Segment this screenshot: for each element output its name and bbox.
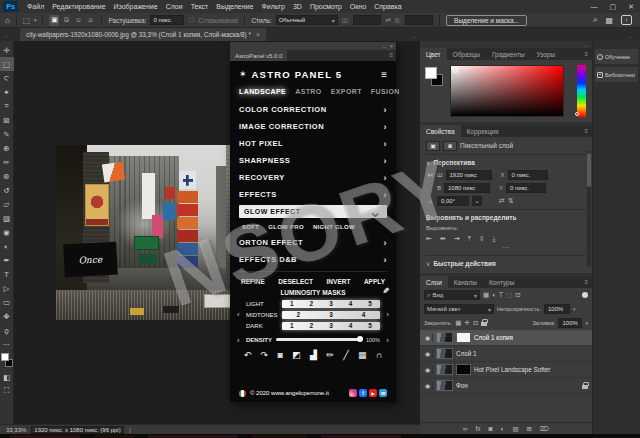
night-glow-button[interactable]: NIGHT GLOW xyxy=(313,224,355,230)
chevron-down-icon[interactable]: ▾ xyxy=(573,306,576,312)
align-center-icon[interactable]: ⇹ xyxy=(440,235,446,243)
filter-toggle[interactable] xyxy=(582,292,588,298)
tab-swatches[interactable]: Образцы xyxy=(447,48,486,60)
tab-adjustments[interactable]: Коррекция xyxy=(461,125,505,137)
tab-properties[interactable]: Свойства xyxy=(420,125,461,137)
scrollbar-thumb[interactable] xyxy=(587,153,591,187)
close-panel-icon[interactable]: × xyxy=(390,43,393,49)
hue-slider[interactable] xyxy=(577,65,586,117)
foreground-color-swatch[interactable] xyxy=(1,353,9,361)
angle-input[interactable]: 0,00° xyxy=(437,196,469,206)
color-swatches[interactable] xyxy=(0,353,14,370)
learn-button[interactable]: Обучение xyxy=(595,49,638,64)
zoom-level[interactable]: 33,33% xyxy=(6,427,26,433)
minimize-button[interactable]: — xyxy=(591,3,598,10)
dock-header-grip[interactable]: ‥ xyxy=(420,41,592,48)
frames-icon[interactable]: ▦ xyxy=(358,350,367,360)
anti-alias-checkbox[interactable]: ☐ xyxy=(188,16,194,24)
path-selection-tool[interactable]: ▷ xyxy=(0,281,14,295)
tool-preset-caret[interactable]: ▾ xyxy=(34,17,37,23)
hamburger-menu-icon[interactable]: ≡ xyxy=(381,69,387,80)
layer-row-background[interactable]: ◉ Фон xyxy=(420,378,592,394)
close-button[interactable]: ✕ xyxy=(628,3,634,11)
layer-thumbnail[interactable] xyxy=(436,364,453,375)
tab-layers[interactable]: Слои xyxy=(420,276,448,288)
new-layer-icon[interactable]: ⊞ xyxy=(527,425,532,433)
gradient-tool[interactable]: ▨ xyxy=(0,211,14,225)
midtones-mask-2[interactable]: 2 xyxy=(297,311,301,318)
home-icon[interactable]: ⌂ xyxy=(5,16,10,25)
tab-patterns[interactable]: Узоры xyxy=(531,48,562,60)
invert-button[interactable]: INVERT xyxy=(327,278,351,285)
frame-tool[interactable]: ⊠ xyxy=(0,113,14,127)
pen-tool[interactable]: ✒ xyxy=(0,253,14,267)
color-correction-item[interactable]: COLOR CORRECTION › xyxy=(239,101,387,118)
feather-input[interactable]: 0 пикс. xyxy=(150,15,184,25)
align-top-icon[interactable]: ⤒ xyxy=(468,235,471,243)
transform-section-header[interactable]: ∨ Перспектива xyxy=(426,157,586,168)
layer-mask-thumbnail[interactable] xyxy=(456,364,471,375)
fill-input[interactable]: 100% xyxy=(558,318,582,328)
line-icon[interactable]: ╱ xyxy=(343,350,348,360)
menu-type[interactable]: Текст xyxy=(187,3,213,10)
blur-tool[interactable]: ◉ xyxy=(0,225,14,239)
dark-mask-4[interactable]: 4 xyxy=(349,322,353,329)
libraries-button[interactable]: Библиотеки xyxy=(595,67,638,82)
align-middle-icon[interactable]: ⇳ xyxy=(479,235,485,243)
light-mask-3[interactable]: 3 xyxy=(329,300,333,307)
redo-icon[interactable]: ↷ xyxy=(261,350,269,360)
dark-mask-2[interactable]: 2 xyxy=(310,322,314,329)
screen-mode-icon[interactable]: ⛶ xyxy=(0,384,14,398)
new-selection-mode[interactable]: ▣ xyxy=(49,15,59,26)
more-tools[interactable]: ⋯ xyxy=(0,337,14,351)
move-tool[interactable]: ✛ xyxy=(0,43,14,57)
layer-row-1[interactable]: ◉ Слой 1 xyxy=(420,346,592,362)
height-input[interactable]: 1080 пикс xyxy=(444,183,490,193)
dark-mask-5[interactable]: 5 xyxy=(368,322,372,329)
link-layers-icon[interactable]: ∞ xyxy=(463,425,468,432)
contrast-icon[interactable]: ◩ xyxy=(292,350,301,360)
document-tab[interactable]: city-wallpapers-1920x1080-0006.jpg @ 33,… xyxy=(20,28,266,41)
menu-3d[interactable]: 3D xyxy=(289,3,306,10)
midtones-mask-4[interactable]: 4 xyxy=(362,311,366,318)
visibility-eye-icon[interactable]: ◉ xyxy=(423,334,433,341)
share-icon[interactable]: ↑ xyxy=(621,15,632,25)
lock-image-icon[interactable]: ⊡ xyxy=(473,319,478,327)
layer-row-copy[interactable]: ◉ Слой 1 копия xyxy=(420,330,592,346)
workspace-icon[interactable]: ▦ xyxy=(605,16,613,25)
density-next-icon[interactable]: › xyxy=(386,336,389,345)
hand-tool[interactable]: ✥ xyxy=(0,309,14,323)
link-dimensions-icon[interactable]: ⇄ xyxy=(385,16,390,24)
astro-tab-export[interactable]: EXPORT xyxy=(331,88,362,95)
dark-mask-3[interactable]: 3 xyxy=(329,322,333,329)
menu-window[interactable]: Окно xyxy=(346,3,370,10)
recovery-item[interactable]: RECOVERY › xyxy=(239,169,387,186)
eyedropper-icon[interactable]: ✎ xyxy=(380,287,391,294)
tab-bar-grip[interactable]: ‥ xyxy=(4,31,8,38)
subtract-selection-mode[interactable]: ⧅ xyxy=(73,15,83,26)
support-icon[interactable]: ∩ xyxy=(376,350,382,360)
layer-mask-thumbnail[interactable] xyxy=(456,332,471,343)
canvas-image[interactable]: Once xyxy=(56,145,251,320)
instagram-icon[interactable] xyxy=(349,389,357,397)
properties-scrollbar[interactable] xyxy=(587,151,591,267)
effects-item[interactable]: EFFECTS › xyxy=(239,186,387,203)
orton-effect-item[interactable]: ORTON EFFECT › xyxy=(239,234,387,251)
angle-caret[interactable]: ⌄ xyxy=(472,196,482,206)
x-input[interactable]: 0 пикс. xyxy=(508,170,548,180)
glow-pro-button[interactable]: GLOW PRO xyxy=(268,224,304,230)
filter-adjustment-icon[interactable]: ◐ xyxy=(492,291,496,299)
width-input[interactable] xyxy=(353,15,381,25)
menu-filter[interactable]: Фильтр xyxy=(257,3,289,10)
astro-tab-landscape[interactable]: LANDSCAPE xyxy=(239,88,286,95)
active-tool-icon[interactable]: ⬚ xyxy=(23,16,30,25)
deselect-button[interactable]: DESELECT xyxy=(278,278,313,285)
apply-button[interactable]: APPLY xyxy=(364,278,385,285)
brush-tool[interactable]: ✏ xyxy=(0,155,14,169)
opacity-input[interactable]: 100% xyxy=(544,304,570,314)
style-select[interactable]: Обычный▾ xyxy=(276,15,338,25)
filter-type-icon[interactable]: T xyxy=(499,291,503,299)
quick-selection-tool[interactable]: ✦ xyxy=(0,85,14,99)
light-mask-2[interactable]: 2 xyxy=(310,300,314,307)
rail-grip[interactable]: ‥ xyxy=(628,32,632,39)
